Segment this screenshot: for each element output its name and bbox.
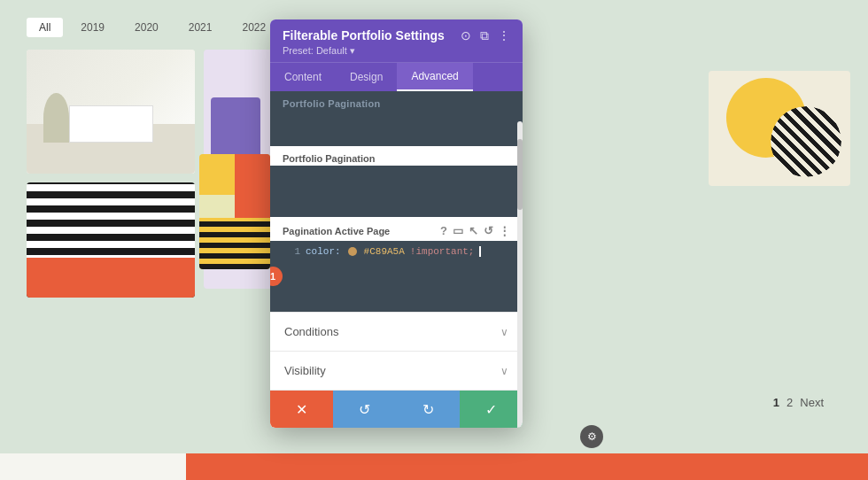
code-line-1: 1 color: #C89A5A !important;: [288, 246, 512, 257]
tab-design[interactable]: Design: [336, 63, 397, 91]
portfolio-pagination-area: [270, 114, 523, 146]
undo-button[interactable]: ↺: [333, 391, 396, 428]
save-button[interactable]: ✓: [460, 391, 523, 428]
code-padding: [288, 257, 512, 296]
modal-title: Filterable Portfolio Settings: [283, 28, 445, 43]
tab-advanced[interactable]: Advanced: [397, 63, 472, 91]
text-cursor: [479, 246, 481, 257]
conditions-label: Conditions: [284, 325, 338, 338]
portfolio-item-yellow-black: [199, 154, 270, 269]
visibility-label: Visibility: [284, 364, 326, 377]
modal-header: Filterable Portfolio Settings ⊙ ⧉ ⋮ Pres…: [270, 19, 523, 62]
pagination-next[interactable]: Next: [800, 396, 824, 409]
redo-button[interactable]: ↻: [397, 391, 460, 428]
visibility-accordion: Visibility ∨: [270, 351, 523, 390]
more-icon[interactable]: ⋮: [499, 224, 510, 237]
pagination-active-page-section: Pagination Active Page ? ▭ ↖ ↺ ⋮: [270, 217, 523, 241]
modal-settings-icon[interactable]: ⊙: [461, 29, 471, 42]
visibility-chevron-icon: ∨: [500, 365, 508, 377]
conditions-chevron-icon: ∨: [500, 326, 508, 338]
conditions-header[interactable]: Conditions ∨: [270, 313, 523, 351]
filter-tab-2020[interactable]: 2020: [122, 18, 171, 37]
filter-tab-2021[interactable]: 2021: [176, 18, 225, 37]
modal-scrollbar-thumb[interactable]: [517, 139, 523, 210]
portfolio-item-circle-art: [709, 71, 850, 186]
settings-modal: Filterable Portfolio Settings ⊙ ⧉ ⋮ Pres…: [270, 19, 523, 428]
section-pagination-label: Portfolio Pagination: [270, 146, 523, 166]
css-section-icons: ? ▭ ↖ ↺ ⋮: [440, 224, 510, 237]
portfolio-item-stripes: [27, 182, 195, 298]
code-important: !important;: [410, 246, 475, 257]
portfolio-item-room: [27, 50, 195, 174]
pagination-page-2[interactable]: 2: [787, 396, 793, 409]
mobile-icon[interactable]: ▭: [453, 224, 463, 237]
filter-tab-all[interactable]: All: [27, 18, 63, 37]
modal-footer: ✕ ↺ ↻ ✓: [270, 390, 523, 428]
code-property: color:: [306, 246, 341, 257]
pagination-page-1[interactable]: 1: [773, 396, 779, 409]
cursor-icon[interactable]: ↖: [469, 224, 478, 237]
portfolio-pagination-label: Portfolio Pagination: [270, 91, 523, 114]
modal-expand-icon[interactable]: ⧉: [480, 29, 489, 42]
visibility-header[interactable]: Visibility ∨: [270, 352, 523, 390]
line-badge: 1: [270, 267, 283, 286]
pagination: 1 2 Next: [773, 396, 824, 409]
tab-content[interactable]: Content: [270, 63, 336, 91]
color-swatch: [348, 247, 357, 256]
filter-tab-2019[interactable]: 2019: [68, 18, 117, 37]
modal-header-icons: ⊙ ⧉ ⋮: [461, 29, 510, 42]
line-number: 1: [288, 246, 300, 257]
code-editor[interactable]: 1 1 color: #C89A5A !important;: [270, 241, 523, 312]
cancel-button[interactable]: ✕: [270, 391, 333, 428]
help-icon[interactable]: ?: [440, 224, 447, 237]
modal-body: Portfolio Pagination Portfolio Paginatio…: [270, 91, 523, 390]
pagination-active-page-label: Pagination Active Page: [283, 226, 390, 236]
modal-more-icon[interactable]: ⋮: [498, 29, 510, 42]
code-value: #C89A5A: [364, 246, 405, 257]
pagination-code-area: [270, 166, 523, 217]
modal-preset[interactable]: Preset: Default ▾: [283, 45, 510, 57]
bottom-bar: [0, 453, 868, 480]
modal-scrollbar[interactable]: [517, 121, 523, 428]
modal-tabs: Content Design Advanced: [270, 62, 523, 91]
conditions-accordion: Conditions ∨: [270, 312, 523, 351]
undo-icon[interactable]: ↺: [484, 224, 493, 237]
gear-icon-button[interactable]: ⚙: [580, 425, 603, 448]
